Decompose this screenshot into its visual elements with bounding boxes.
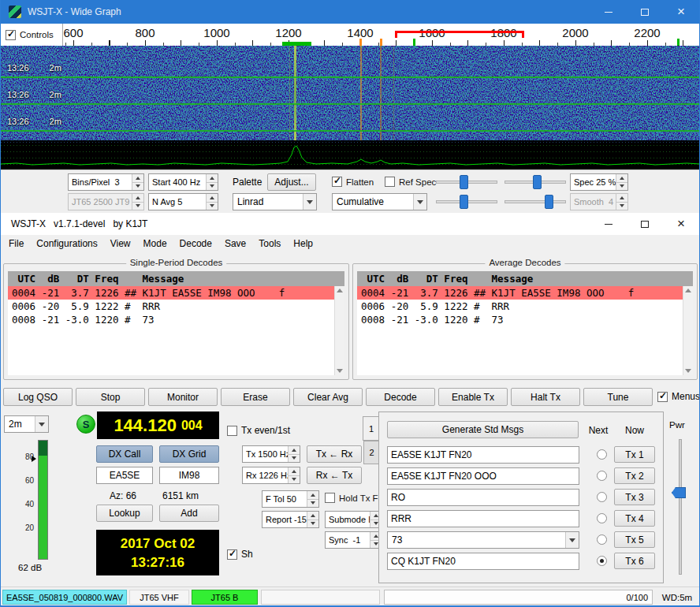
scroll-down-icon[interactable] [685, 369, 691, 373]
tab-2[interactable]: 2 [363, 441, 379, 464]
spin-up-icon[interactable] [207, 194, 218, 202]
close-button[interactable] [663, 0, 699, 24]
lookup-button[interactable]: Lookup [96, 505, 153, 522]
tx1-next-radio[interactable] [597, 449, 607, 460]
tx-freq-spinbox[interactable]: Tx 1500 Hz [242, 445, 300, 463]
close-button[interactable] [663, 213, 699, 235]
hold-tx-freq-checkbox[interactable] [325, 493, 335, 503]
decode-row[interactable]: 0008 -21 -3.0 1220 # 73 [8, 313, 334, 326]
spin-up-icon[interactable] [289, 446, 300, 454]
dx-grid-input[interactable] [159, 467, 219, 484]
ref-spec-toggle[interactable]: Ref Spec [385, 177, 436, 187]
palette-combobox[interactable]: Linrad [233, 193, 317, 210]
wide-graph-titlebar[interactable]: WSJT-X - Wide Graph [1, 0, 699, 24]
bins-pixel-spinbox[interactable]: Bins/Pixel 3 [68, 173, 144, 191]
controls-toggle[interactable]: Controls [1, 24, 63, 46]
halt-tx-button[interactable]: Halt Tx [511, 388, 580, 406]
spin-down-icon[interactable] [132, 182, 143, 191]
waterfall-zero-slider[interactable] [505, 173, 566, 191]
tx2-next-radio[interactable] [597, 471, 607, 481]
spectrum-plot[interactable] [1, 140, 699, 169]
spin-down-icon[interactable] [289, 475, 300, 484]
rx-from-tx-button[interactable]: Rx ← Tx [307, 467, 362, 484]
spin-up-icon[interactable] [207, 174, 218, 182]
clear-avg-button[interactable]: Clear Avg [293, 388, 363, 406]
spin-up-icon[interactable] [289, 467, 300, 475]
tx1-message-input[interactable] [387, 446, 579, 464]
tx5-next-radio[interactable] [597, 534, 607, 545]
tx4-next-radio[interactable] [597, 513, 607, 523]
adjust-button[interactable]: Adjust... [267, 173, 316, 191]
spec-percent-spinbox[interactable]: Spec 25 % [570, 173, 628, 191]
rx-freq-spinbox[interactable]: Rx 1226 Hz [242, 467, 300, 484]
menu-save[interactable]: Save [218, 236, 252, 251]
tx3-message-input[interactable] [387, 489, 579, 506]
menus-checkbox[interactable] [657, 392, 668, 402]
decode-row[interactable]: 0004 -21 3.7 1226 ## K1JT EA5SE IM98 OOO… [8, 286, 334, 300]
menu-help[interactable]: Help [287, 236, 319, 251]
stop-button[interactable]: Stop [76, 388, 145, 406]
log-qso-button[interactable]: Log QSO [3, 388, 73, 406]
report-spinbox[interactable]: Report -15 [262, 511, 319, 528]
scrollbar[interactable] [334, 286, 344, 375]
erase-button[interactable]: Erase [221, 388, 290, 406]
pwr-slider-handle[interactable] [672, 487, 686, 498]
tx3-next-radio[interactable] [597, 492, 607, 502]
decode-button[interactable]: Decode [366, 388, 435, 406]
chevron-down-icon[interactable] [565, 532, 579, 548]
menu-mode[interactable]: Mode [137, 236, 173, 251]
tx-even-toggle[interactable]: Tx even/1st [227, 425, 290, 436]
ref-spec-checkbox[interactable] [385, 177, 395, 187]
tx2-message-input[interactable] [387, 467, 579, 485]
menu-file[interactable]: File [2, 236, 30, 251]
sync-spinbox[interactable]: Sync -1 [325, 531, 382, 549]
maximize-button[interactable] [627, 0, 663, 24]
tx6-next-radio[interactable] [597, 556, 607, 566]
tab-1[interactable]: 1 [363, 416, 379, 441]
minimize-button[interactable] [590, 213, 627, 235]
f-tol-spinbox[interactable]: F Tol 50 [262, 490, 319, 508]
display-mode-combobox[interactable]: Cumulative [332, 193, 427, 210]
spin-up-icon[interactable] [132, 174, 143, 182]
spin-up-icon[interactable] [307, 491, 318, 499]
flatten-checkbox[interactable] [332, 177, 342, 187]
menus-toggle[interactable]: Menus [657, 391, 700, 402]
tx6-message-input[interactable] [387, 553, 579, 570]
tx-from-rx-button[interactable]: Tx ← Rx [307, 445, 362, 463]
decode-row[interactable]: 0006 -20 5.9 1222 # RRR [8, 300, 334, 313]
main-titlebar[interactable]: WSJT-X v1.7.1-devel by K1JT [1, 213, 699, 235]
tx1-now-button[interactable]: Tx 1 [614, 446, 655, 463]
dx-grid-button[interactable]: DX Grid [159, 445, 219, 463]
waterfall-display[interactable]: 13:262m 13:262m 13:262m [1, 46, 699, 140]
scroll-up-icon[interactable] [337, 289, 343, 292]
add-button[interactable]: Add [159, 505, 219, 522]
slider-handle[interactable] [460, 195, 468, 209]
tx5-message-combobox[interactable]: 73 [387, 531, 579, 549]
spin-down-icon[interactable] [207, 202, 218, 210]
spin-down-icon[interactable] [307, 499, 318, 508]
tx6-now-button[interactable]: Tx 6 [614, 553, 655, 569]
tx4-now-button[interactable]: Tx 4 [614, 510, 655, 527]
spin-down-icon[interactable] [307, 519, 318, 528]
flatten-toggle[interactable]: Flatten [332, 177, 374, 187]
slider-handle[interactable] [533, 175, 542, 189]
menu-view[interactable]: View [104, 236, 137, 251]
decode-row[interactable]: 0004 -21 3.7 1226 ## K1JT EA5SE IM98 OOO… [357, 286, 683, 300]
slider-handle[interactable] [545, 195, 553, 209]
menu-decode[interactable]: Decode [173, 236, 218, 251]
sh-toggle[interactable]: Sh [227, 549, 253, 560]
spin-down-icon[interactable] [289, 454, 300, 463]
slider-handle[interactable] [460, 175, 468, 189]
start-freq-spinbox[interactable]: Start 400 Hz [148, 173, 218, 191]
tune-button[interactable]: Tune [583, 388, 653, 406]
submode-spinbox[interactable]: Submode B [325, 511, 382, 528]
spin-down-icon[interactable] [616, 182, 627, 191]
spectrum-gain-slider[interactable] [436, 193, 497, 210]
generate-std-msgs-button[interactable]: Generate Std Msgs [387, 421, 579, 438]
enable-tx-button[interactable]: Enable Tx [438, 388, 508, 406]
menu-configurations[interactable]: Configurations [30, 236, 103, 251]
chevron-down-icon[interactable] [303, 194, 316, 210]
chevron-down-icon[interactable] [413, 194, 426, 210]
monitor-button[interactable]: Monitor [148, 388, 218, 406]
spin-up-icon[interactable] [616, 174, 627, 182]
